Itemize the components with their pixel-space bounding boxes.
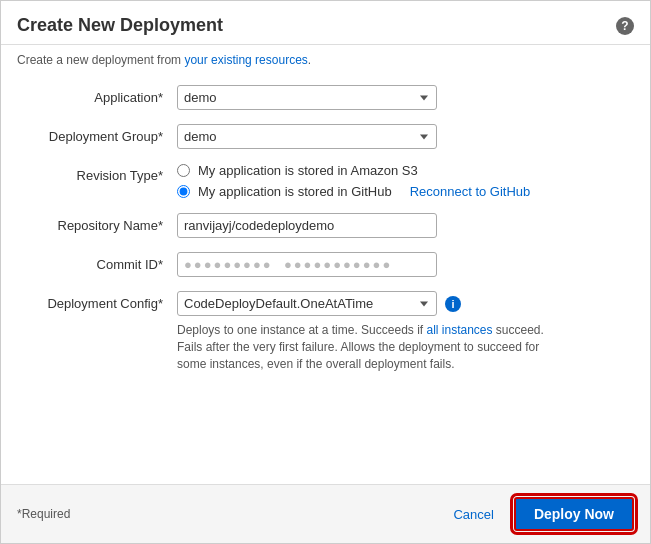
application-row: Application* demo: [17, 85, 634, 110]
footer-buttons: Cancel Deploy Now: [443, 497, 634, 531]
commit-id-input[interactable]: [177, 252, 437, 277]
required-note: *Required: [17, 507, 70, 521]
all-instances-link[interactable]: all instances: [426, 323, 492, 337]
page-title: Create New Deployment: [17, 15, 223, 36]
revision-s3-label: My application is stored in Amazon S3: [198, 163, 418, 178]
deployment-config-row: Deployment Config* CodeDeployDefault.One…: [17, 291, 634, 372]
deployment-config-info-icon[interactable]: i: [445, 296, 461, 312]
repository-name-input[interactable]: [177, 213, 437, 238]
deployment-config-label: Deployment Config*: [17, 291, 177, 311]
help-icon[interactable]: ?: [616, 17, 634, 35]
revision-github-radio[interactable]: [177, 185, 190, 198]
repository-name-control: [177, 213, 634, 238]
repository-name-label: Repository Name*: [17, 213, 177, 233]
revision-github-row: My application is stored in GitHub Recon…: [177, 184, 634, 199]
deployment-config-control: CodeDeployDefault.OneAtATime CodeDeployD…: [177, 291, 634, 372]
subtitle: Create a new deployment from your existi…: [1, 45, 650, 75]
revision-s3-radio[interactable]: [177, 164, 190, 177]
revision-type-label: Revision Type*: [17, 163, 177, 183]
deployment-config-wrap: CodeDeployDefault.OneAtATime CodeDeployD…: [177, 291, 634, 316]
commit-id-control: [177, 252, 634, 277]
subtitle-link[interactable]: your existing resources: [184, 53, 307, 67]
revision-type-control: My application is stored in Amazon S3 My…: [177, 163, 634, 199]
revision-type-row: Revision Type* My application is stored …: [17, 163, 634, 199]
commit-id-row: Commit ID*: [17, 252, 634, 277]
deployment-group-label: Deployment Group*: [17, 124, 177, 144]
page-container: Create New Deployment ? Create a new dep…: [0, 0, 651, 544]
application-control: demo: [177, 85, 634, 110]
deployment-group-row: Deployment Group* demo: [17, 124, 634, 149]
repository-name-row: Repository Name*: [17, 213, 634, 238]
deployment-group-control: demo: [177, 124, 634, 149]
revision-github-label: My application is stored in GitHub: [198, 184, 392, 199]
deployment-group-select[interactable]: demo: [177, 124, 437, 149]
cancel-button[interactable]: Cancel: [443, 501, 503, 528]
application-label: Application*: [17, 85, 177, 105]
commit-id-label: Commit ID*: [17, 252, 177, 272]
application-select[interactable]: demo: [177, 85, 437, 110]
deploy-now-button[interactable]: Deploy Now: [514, 497, 634, 531]
footer: *Required Cancel Deploy Now: [1, 484, 650, 543]
deployment-config-description: Deploys to one instance at a time. Succe…: [177, 322, 557, 372]
header: Create New Deployment ?: [1, 1, 650, 45]
reconnect-github-link[interactable]: Reconnect to GitHub: [410, 184, 531, 199]
form-body: Application* demo Deployment Group* demo…: [1, 75, 650, 484]
deployment-config-select[interactable]: CodeDeployDefault.OneAtATime CodeDeployD…: [177, 291, 437, 316]
revision-s3-row: My application is stored in Amazon S3: [177, 163, 634, 178]
